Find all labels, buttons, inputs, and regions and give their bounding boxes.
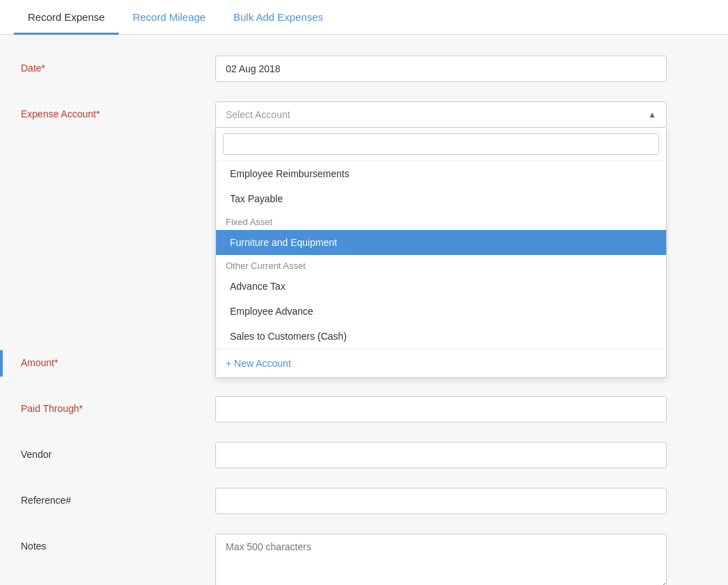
tab-record-mileage[interactable]: Record Mileage bbox=[119, 0, 220, 35]
notes-textarea[interactable] bbox=[215, 534, 667, 585]
date-input[interactable] bbox=[215, 56, 667, 82]
dropdown-item[interactable]: Advance Tax bbox=[216, 274, 666, 299]
date-label: Date* bbox=[21, 56, 215, 74]
vendor-control-wrap bbox=[215, 442, 667, 468]
dropdown-item[interactable]: Tax Payable bbox=[216, 186, 666, 211]
dropdown-group-header: Fixed Asset bbox=[216, 211, 666, 230]
chevron-up-icon: ▲ bbox=[648, 110, 656, 120]
amount-accent-bar bbox=[0, 350, 3, 377]
tab-record-expense[interactable]: Record Expense bbox=[14, 0, 119, 35]
date-row: Date* bbox=[21, 56, 707, 82]
dropdown-group-header: Other Current Asset bbox=[216, 255, 666, 274]
tabs-bar: Record Expense Record Mileage Bulk Add E… bbox=[0, 0, 728, 35]
date-control-wrap bbox=[215, 56, 667, 82]
reference-label: Reference# bbox=[21, 488, 215, 506]
expense-account-control-wrap: Select Account ▲ Employee Reimbursements… bbox=[215, 101, 667, 128]
paid-through-row: Paid Through* bbox=[21, 396, 707, 422]
expense-account-label: Expense Account* bbox=[21, 101, 215, 120]
dropdown-item[interactable]: Sales to Customers (Cash) bbox=[216, 324, 666, 349]
select-placeholder: Select Account bbox=[226, 109, 290, 120]
form-area: Date* Expense Account* Select Account ▲ bbox=[0, 35, 728, 585]
dropdown-search-wrap bbox=[216, 128, 666, 161]
new-account-option[interactable]: + New Account bbox=[216, 349, 666, 377]
notes-control-wrap bbox=[215, 534, 667, 585]
notes-label: Notes bbox=[21, 534, 215, 552]
reference-input[interactable] bbox=[215, 488, 667, 514]
paid-through-label: Paid Through* bbox=[21, 396, 215, 414]
expense-account-row: Expense Account* Select Account ▲ Employ… bbox=[21, 101, 707, 128]
dropdown-item[interactable]: Employee Reimbursements bbox=[216, 161, 666, 186]
vendor-label: Vendor bbox=[21, 442, 215, 460]
dropdown-list: Employee ReimbursementsTax PayableFixed … bbox=[216, 161, 666, 349]
expense-account-select[interactable]: Select Account ▲ bbox=[215, 101, 667, 128]
paid-through-control-wrap bbox=[215, 396, 667, 422]
paid-through-input[interactable] bbox=[215, 396, 667, 422]
page-container: Record Expense Record Mileage Bulk Add E… bbox=[0, 0, 728, 585]
dropdown-search-input[interactable] bbox=[223, 133, 659, 155]
amount-label: Amount* bbox=[21, 350, 215, 368]
account-dropdown: Employee ReimbursementsTax PayableFixed … bbox=[215, 128, 667, 378]
notes-row: Notes bbox=[21, 534, 707, 585]
vendor-input[interactable] bbox=[215, 442, 667, 468]
reference-row: Reference# bbox=[21, 488, 707, 514]
vendor-row: Vendor bbox=[21, 442, 707, 468]
reference-control-wrap bbox=[215, 488, 667, 514]
tab-bulk-add-expenses[interactable]: Bulk Add Expenses bbox=[220, 0, 337, 35]
dropdown-item[interactable]: Employee Advance bbox=[216, 299, 666, 324]
dropdown-item[interactable]: Furniture and Equipment bbox=[216, 230, 666, 255]
